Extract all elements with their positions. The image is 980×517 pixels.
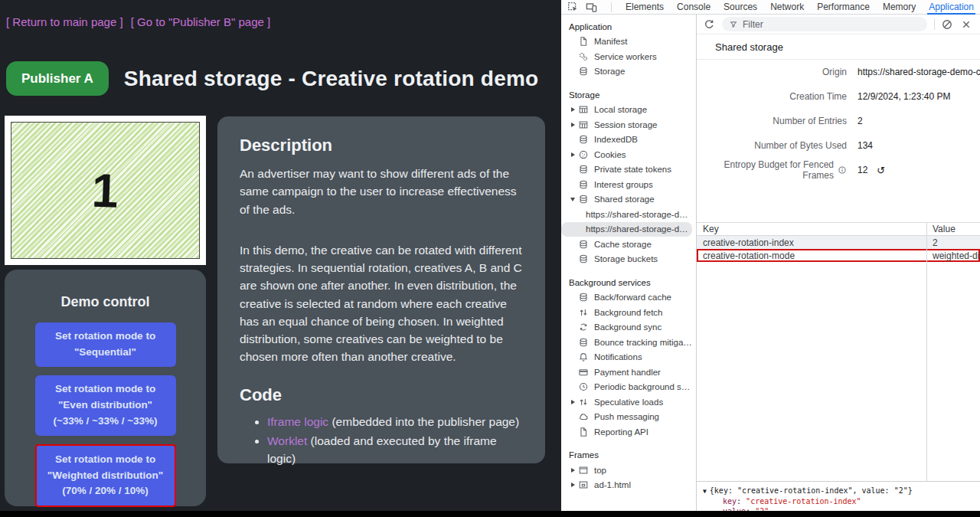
- iframe-logic-link[interactable]: Iframe logic: [267, 415, 328, 428]
- meta-row-creation-time: Creation Time 12/9/2024, 1:23:40 PM: [697, 84, 980, 109]
- sidebar-item-label: Shared storage: [594, 195, 655, 204]
- tab-elements[interactable]: Elements: [624, 0, 665, 15]
- worklet-link[interactable]: Worklet: [267, 434, 307, 447]
- tab-network[interactable]: Network: [769, 0, 805, 15]
- chevron-right-icon[interactable]: [571, 123, 575, 127]
- cell-key: creative-rotation-mode: [697, 250, 926, 261]
- cell-key: creative-rotation-index: [697, 237, 926, 248]
- service-workers-icon: [578, 51, 589, 62]
- chevron-right-icon[interactable]: [571, 483, 575, 487]
- meta-row-entropy-budget: Entropy Budget for Fenced Frames 12↺: [697, 158, 980, 182]
- database-icon: [578, 239, 589, 250]
- clear-icon[interactable]: [941, 18, 953, 31]
- meta-label: Creation Time: [697, 91, 847, 102]
- key-value-table: Key Value creative-rotation-index 2 crea…: [697, 222, 980, 262]
- close-icon[interactable]: [960, 18, 972, 31]
- filter-field[interactable]: [722, 17, 927, 31]
- chevron-right-icon[interactable]: [571, 107, 575, 112]
- inspect-element-icon[interactable]: [567, 2, 579, 13]
- table-icon: [578, 104, 589, 115]
- tab-memory[interactable]: Memory: [881, 0, 917, 15]
- device-toolbar-icon[interactable]: [586, 2, 597, 13]
- database-icon: [578, 292, 589, 303]
- preview-entry: value"2": [703, 506, 980, 511]
- sidebar-item-interest-groups[interactable]: Interest groups: [561, 177, 696, 192]
- info-icon[interactable]: [838, 165, 847, 175]
- expander-triangle-icon[interactable]: ▼: [703, 486, 707, 496]
- meta-label: Number of Entries: [697, 116, 847, 126]
- return-to-main-link[interactable]: [ Return to main page ]: [6, 15, 123, 28]
- sidebar-item-cookies[interactable]: Cookies: [561, 147, 696, 162]
- column-header-key[interactable]: Key: [697, 224, 926, 234]
- meta-value: https://shared-storage-demo-co: [858, 67, 980, 77]
- sidebar-item-private-state-tokens[interactable]: Private state tokens: [561, 162, 696, 178]
- sidebar-item-speculative-loads[interactable]: Speculative loads: [561, 394, 696, 410]
- sidebar-item-bounce-tracking[interactable]: Bounce tracking mitiga…: [561, 335, 696, 350]
- application-sidebar: Application Manifest Service workers Sto…: [561, 15, 697, 511]
- column-header-value[interactable]: Value: [926, 224, 980, 234]
- table-row[interactable]: creative-rotation-index 2: [697, 236, 980, 249]
- sidebar-item-shared-storage[interactable]: Shared storage: [561, 192, 696, 208]
- filter-input[interactable]: [743, 19, 920, 30]
- screenshot-root: [ Return to main page ] [ Go to "Publish…: [0, 0, 980, 517]
- meta-value: 12↺: [858, 165, 885, 176]
- reset-budget-icon[interactable]: ↺: [877, 165, 885, 176]
- meta-label: Entropy Budget for Fenced Frames: [697, 159, 847, 181]
- cell-value: weighted-distr: [926, 250, 980, 261]
- chevron-down-icon[interactable]: [570, 198, 575, 201]
- sidebar-item-notifications[interactable]: Notifications: [561, 350, 696, 365]
- document-icon: [578, 427, 589, 437]
- column-divider[interactable]: [926, 222, 927, 481]
- sidebar-item-local-storage[interactable]: Local storage: [561, 103, 696, 118]
- sidebar-item-background-fetch[interactable]: Background fetch: [561, 305, 696, 320]
- section-header-application: Application: [561, 19, 696, 34]
- metadata-view: Origin https://shared-storage-demo-co Cr…: [697, 60, 980, 182]
- tab-performance[interactable]: Performance: [815, 0, 871, 15]
- sidebar-item-storage[interactable]: Storage: [561, 64, 696, 80]
- tab-sources[interactable]: Sources: [722, 0, 759, 15]
- sidebar-item-label: Reporting API: [594, 427, 648, 437]
- table-row-highlighted[interactable]: creative-rotation-mode weighted-distr: [697, 249, 980, 262]
- set-weighted-distribution-button[interactable]: Set rotation mode to "Weighted distribut…: [35, 444, 176, 508]
- sidebar-item-indexeddb[interactable]: IndexedDB: [561, 133, 696, 148]
- sidebar-item-storage-buckets[interactable]: Storage buckets: [561, 252, 696, 267]
- sidebar-item-label: Push messaging: [594, 412, 659, 421]
- sidebar-item-payment-handler[interactable]: Payment handler: [561, 365, 696, 380]
- table-header-row: Key Value: [697, 222, 980, 236]
- publisher-b-link[interactable]: [ Go to "Publisher B" page ]: [131, 15, 270, 28]
- sidebar-item-frame-ad1[interactable]: ad-1.html: [561, 478, 696, 493]
- sidebar-item-label: Background fetch: [594, 308, 663, 317]
- sidebar-item-background-sync[interactable]: Background sync: [561, 320, 696, 335]
- meta-row-number-of-entries: Number of Entries 2: [697, 109, 980, 133]
- sidebar-item-label: https://shared-storage-d…: [586, 210, 688, 219]
- section-header-storage: Storage: [561, 87, 696, 103]
- sidebar-item-session-storage[interactable]: Session storage: [561, 117, 696, 133]
- sidebar-item-shared-storage-origin-1[interactable]: https://shared-storage-d…: [561, 207, 696, 222]
- preview-summary: {key: "creative-rotation-index", value: …: [710, 486, 913, 495]
- publisher-badge: Publisher A: [6, 61, 109, 96]
- preview-entry: key"creative-rotation-index": [703, 496, 980, 506]
- description-paragraph: In this demo, the creative can be rotate…: [240, 241, 523, 366]
- sidebar-item-shared-storage-origin-2[interactable]: https://shared-storage-d…: [561, 222, 692, 237]
- sidebar-item-back-forward-cache[interactable]: Back/forward cache: [561, 290, 696, 306]
- sidebar-item-label: Private state tokens: [594, 165, 671, 174]
- tab-console[interactable]: Console: [675, 0, 712, 15]
- chevron-right-icon[interactable]: [571, 400, 575, 404]
- sidebar-item-service-workers[interactable]: Service workers: [561, 49, 696, 64]
- sidebar-item-reporting-api[interactable]: Reporting API: [561, 424, 696, 440]
- chevron-right-icon[interactable]: [571, 152, 575, 157]
- set-sequential-button[interactable]: Set rotation mode to "Sequential": [35, 322, 176, 367]
- refresh-icon[interactable]: [703, 18, 715, 31]
- sidebar-item-cache-storage[interactable]: Cache storage: [561, 237, 696, 252]
- sidebar-item-manifest[interactable]: Manifest: [561, 34, 696, 50]
- devtools-tabbar: Elements Console Sources Network Perform…: [561, 0, 980, 15]
- chevron-right-icon[interactable]: [571, 468, 575, 473]
- toolbar-divider: [934, 18, 935, 30]
- meta-row-origin: Origin https://shared-storage-demo-co: [697, 60, 980, 84]
- sidebar-item-push-messaging[interactable]: Push messaging: [561, 410, 696, 425]
- sidebar-item-frame-top[interactable]: top: [561, 463, 696, 478]
- database-icon: [578, 164, 589, 175]
- set-even-distribution-button[interactable]: Set rotation mode to "Even distribution"…: [35, 375, 176, 436]
- tab-application[interactable]: Application: [927, 0, 975, 15]
- sidebar-item-periodic-background-sync[interactable]: Periodic background s…: [561, 380, 696, 395]
